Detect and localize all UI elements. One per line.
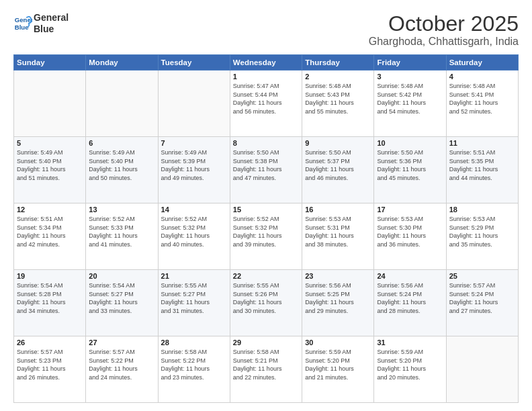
logo-icon: General Blue: [13, 14, 32, 33]
day-number: 22: [233, 272, 299, 280]
month-title: October 2025: [369, 12, 519, 36]
header: General Blue General Blue October 2025 G…: [13, 12, 519, 48]
day-number: 30: [305, 338, 371, 347]
day-info: Sunrise: 5:52 AM Sunset: 5:32 PM Dayligh…: [161, 215, 227, 248]
day-number: 13: [89, 205, 154, 214]
calendar-cell: 18Sunrise: 5:53 AM Sunset: 5:29 PM Dayli…: [446, 203, 518, 270]
calendar-cell: 9Sunrise: 5:50 AM Sunset: 5:37 PM Daylig…: [302, 137, 374, 203]
svg-text:Blue: Blue: [15, 24, 29, 31]
day-info: Sunrise: 5:53 AM Sunset: 5:30 PM Dayligh…: [377, 215, 443, 248]
logo-line1: General: [34, 12, 69, 24]
calendar-cell: 5Sunrise: 5:49 AM Sunset: 5:40 PM Daylig…: [14, 137, 86, 203]
day-info: Sunrise: 5:59 AM Sunset: 5:20 PM Dayligh…: [305, 348, 371, 381]
page: General Blue General Blue October 2025 G…: [0, 0, 532, 411]
calendar-cell: 19Sunrise: 5:54 AM Sunset: 5:28 PM Dayli…: [14, 270, 86, 336]
logo-text: General Blue: [34, 12, 69, 35]
day-number: 24: [377, 272, 443, 280]
week-row-1: 1Sunrise: 5:47 AM Sunset: 5:44 PM Daylig…: [14, 71, 519, 137]
calendar-cell: 30Sunrise: 5:59 AM Sunset: 5:20 PM Dayli…: [302, 336, 374, 403]
calendar-cell: 6Sunrise: 5:49 AM Sunset: 5:40 PM Daylig…: [86, 137, 158, 203]
calendar-cell: 22Sunrise: 5:55 AM Sunset: 5:26 PM Dayli…: [230, 270, 302, 336]
calendar-cell: 27Sunrise: 5:57 AM Sunset: 5:22 PM Dayli…: [86, 336, 158, 403]
calendar-cell: 1Sunrise: 5:47 AM Sunset: 5:44 PM Daylig…: [230, 71, 302, 137]
calendar-cell: 15Sunrise: 5:52 AM Sunset: 5:32 PM Dayli…: [230, 203, 302, 270]
weekday-header-tuesday: Tuesday: [158, 55, 230, 71]
week-row-4: 19Sunrise: 5:54 AM Sunset: 5:28 PM Dayli…: [14, 270, 519, 336]
day-number: 23: [305, 272, 371, 280]
day-info: Sunrise: 5:57 AM Sunset: 5:24 PM Dayligh…: [449, 281, 515, 315]
day-number: 18: [449, 205, 515, 214]
calendar-cell: 24Sunrise: 5:56 AM Sunset: 5:24 PM Dayli…: [374, 270, 446, 336]
calendar-cell: 26Sunrise: 5:57 AM Sunset: 5:23 PM Dayli…: [14, 336, 86, 403]
weekday-header-friday: Friday: [374, 55, 446, 71]
day-info: Sunrise: 5:56 AM Sunset: 5:25 PM Dayligh…: [305, 281, 371, 315]
calendar-cell: 29Sunrise: 5:58 AM Sunset: 5:21 PM Dayli…: [230, 336, 302, 403]
calendar-cell: 25Sunrise: 5:57 AM Sunset: 5:24 PM Dayli…: [446, 270, 518, 336]
calendar-cell: 13Sunrise: 5:52 AM Sunset: 5:33 PM Dayli…: [86, 203, 158, 270]
day-number: 19: [17, 272, 83, 280]
weekday-header-monday: Monday: [86, 55, 158, 71]
day-number: 15: [233, 205, 299, 214]
day-number: 5: [17, 139, 83, 147]
day-number: 25: [449, 272, 515, 280]
calendar-cell: 23Sunrise: 5:56 AM Sunset: 5:25 PM Dayli…: [302, 270, 374, 336]
day-info: Sunrise: 5:53 AM Sunset: 5:31 PM Dayligh…: [305, 215, 371, 248]
day-number: 27: [89, 338, 154, 347]
week-row-5: 26Sunrise: 5:57 AM Sunset: 5:23 PM Dayli…: [14, 336, 519, 403]
day-info: Sunrise: 5:53 AM Sunset: 5:29 PM Dayligh…: [449, 215, 515, 248]
day-info: Sunrise: 5:48 AM Sunset: 5:41 PM Dayligh…: [449, 82, 515, 116]
day-number: 26: [17, 338, 83, 347]
day-info: Sunrise: 5:48 AM Sunset: 5:43 PM Dayligh…: [305, 82, 371, 116]
calendar-cell: 8Sunrise: 5:50 AM Sunset: 5:38 PM Daylig…: [230, 137, 302, 203]
day-number: 29: [233, 338, 299, 347]
day-number: 17: [377, 205, 443, 214]
calendar-cell: 4Sunrise: 5:48 AM Sunset: 5:41 PM Daylig…: [446, 71, 518, 137]
day-info: Sunrise: 5:51 AM Sunset: 5:35 PM Dayligh…: [449, 148, 515, 182]
day-info: Sunrise: 5:50 AM Sunset: 5:36 PM Dayligh…: [377, 148, 443, 182]
day-info: Sunrise: 5:47 AM Sunset: 5:44 PM Dayligh…: [233, 82, 299, 116]
week-row-3: 12Sunrise: 5:51 AM Sunset: 5:34 PM Dayli…: [14, 203, 519, 270]
day-info: Sunrise: 5:59 AM Sunset: 5:20 PM Dayligh…: [377, 348, 443, 381]
weekday-header-row: SundayMondayTuesdayWednesdayThursdayFrid…: [14, 55, 519, 71]
calendar-cell: [158, 71, 230, 137]
day-number: 21: [161, 272, 227, 280]
weekday-header-saturday: Saturday: [446, 55, 518, 71]
day-info: Sunrise: 5:52 AM Sunset: 5:32 PM Dayligh…: [233, 215, 299, 248]
day-number: 31: [377, 338, 443, 347]
day-number: 9: [305, 139, 371, 147]
calendar-cell: [446, 336, 518, 403]
day-number: 14: [161, 205, 227, 214]
day-info: Sunrise: 5:58 AM Sunset: 5:22 PM Dayligh…: [161, 348, 227, 381]
day-info: Sunrise: 5:58 AM Sunset: 5:21 PM Dayligh…: [233, 348, 299, 381]
weekday-header-wednesday: Wednesday: [230, 55, 302, 71]
weekday-header-thursday: Thursday: [302, 55, 374, 71]
calendar-cell: 14Sunrise: 5:52 AM Sunset: 5:32 PM Dayli…: [158, 203, 230, 270]
day-info: Sunrise: 5:57 AM Sunset: 5:22 PM Dayligh…: [89, 348, 154, 381]
day-info: Sunrise: 5:50 AM Sunset: 5:37 PM Dayligh…: [305, 148, 371, 182]
calendar-table: SundayMondayTuesdayWednesdayThursdayFrid…: [13, 54, 519, 403]
day-info: Sunrise: 5:55 AM Sunset: 5:27 PM Dayligh…: [161, 281, 227, 315]
day-number: 7: [161, 139, 227, 147]
day-info: Sunrise: 5:49 AM Sunset: 5:40 PM Dayligh…: [17, 148, 83, 182]
day-number: 28: [161, 338, 227, 347]
day-number: 4: [449, 73, 515, 81]
day-number: 1: [233, 73, 299, 81]
calendar-cell: [86, 71, 158, 137]
day-info: Sunrise: 5:50 AM Sunset: 5:38 PM Dayligh…: [233, 148, 299, 182]
day-number: 16: [305, 205, 371, 214]
day-info: Sunrise: 5:54 AM Sunset: 5:28 PM Dayligh…: [17, 281, 83, 315]
calendar-cell: 3Sunrise: 5:48 AM Sunset: 5:42 PM Daylig…: [374, 71, 446, 137]
logo: General Blue General Blue: [13, 12, 69, 35]
title-block: October 2025 Gharghoda, Chhattisgarh, In…: [369, 12, 519, 48]
day-info: Sunrise: 5:49 AM Sunset: 5:40 PM Dayligh…: [89, 148, 154, 182]
calendar-cell: 21Sunrise: 5:55 AM Sunset: 5:27 PM Dayli…: [158, 270, 230, 336]
calendar-cell: 12Sunrise: 5:51 AM Sunset: 5:34 PM Dayli…: [14, 203, 86, 270]
calendar-cell: 28Sunrise: 5:58 AM Sunset: 5:22 PM Dayli…: [158, 336, 230, 403]
day-info: Sunrise: 5:51 AM Sunset: 5:34 PM Dayligh…: [17, 215, 83, 248]
weekday-header-sunday: Sunday: [14, 55, 86, 71]
logo-line2: Blue: [34, 24, 69, 35]
day-number: 3: [377, 73, 443, 81]
day-info: Sunrise: 5:52 AM Sunset: 5:33 PM Dayligh…: [89, 215, 154, 248]
day-number: 2: [305, 73, 371, 81]
location-title: Gharghoda, Chhattisgarh, India: [369, 36, 519, 48]
